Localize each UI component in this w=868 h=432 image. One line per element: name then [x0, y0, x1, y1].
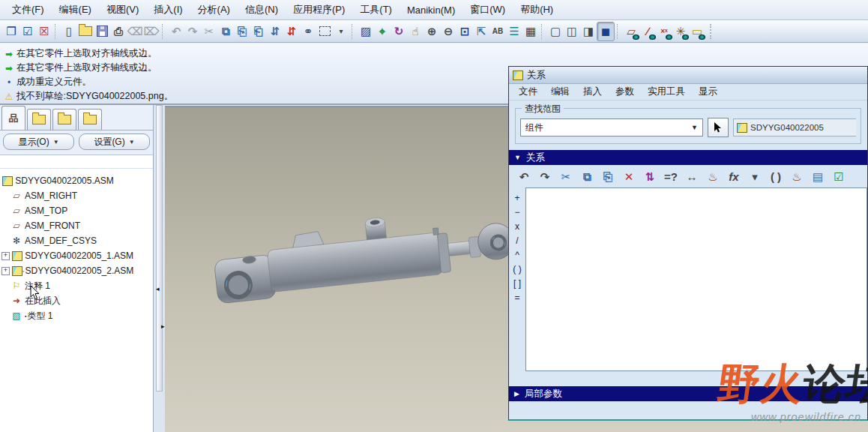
datum-points-toggle-icon[interactable]: ×ˣ	[656, 22, 672, 40]
operator-equals[interactable]: =	[510, 293, 525, 303]
tree-item-subassembly-1[interactable]: + SDYYG040022005_1.ASM	[0, 248, 153, 263]
operator-divide[interactable]: /	[510, 236, 525, 246]
operator-parentheses[interactable]: ( )	[510, 265, 525, 274]
csys-toggle-icon[interactable]: ✳	[672, 22, 689, 40]
connections-tab[interactable]	[78, 109, 102, 130]
look-in-dropdown[interactable]: 组件 ▼	[520, 118, 703, 136]
named-views-icon[interactable]: AB	[489, 22, 506, 40]
zoom-out-icon[interactable]: ⊖	[440, 22, 456, 40]
spin-center-icon[interactable]: ⌖	[374, 22, 391, 40]
splitter-collapse-right[interactable]: ▸	[161, 322, 165, 330]
insert-range-icon[interactable]: ↔	[683, 167, 701, 185]
sort-relations-icon[interactable]: ▤	[809, 167, 827, 185]
dialog-menu-file[interactable]: 文件	[512, 83, 544, 100]
show-button[interactable]: 显示(O) ▼	[3, 134, 74, 150]
pan-zoom-icon[interactable]: ☝	[407, 22, 424, 40]
wireframe-icon[interactable]: ▢	[547, 22, 564, 40]
orient-mode-icon[interactable]: ↻	[391, 22, 407, 40]
menu-edit[interactable]: 编辑(E)	[52, 0, 99, 20]
dialog-menu-show[interactable]: 显示	[692, 83, 724, 100]
splitter-bar[interactable]	[156, 105, 163, 392]
dialog-menu-edit[interactable]: 编辑	[544, 83, 576, 100]
functions-icon[interactable]: fx	[725, 167, 743, 185]
cut-icon[interactable]: ✂	[201, 22, 217, 40]
menu-help[interactable]: 帮助(H)	[513, 0, 561, 20]
menu-file[interactable]: 文件(F)	[4, 0, 52, 20]
undo-icon[interactable]: ↶	[168, 22, 184, 40]
datum-planes-toggle-icon[interactable]: ▱	[623, 22, 639, 40]
paste-icon[interactable]: ⎘	[599, 167, 617, 185]
view-orientation-icon[interactable]: ⇱	[473, 22, 489, 40]
expand-icon[interactable]: +	[1, 252, 10, 260]
tree-item-asm-def-csys[interactable]: ✻ASM_DEF_CSYS	[0, 233, 153, 248]
undo-icon[interactable]: ↶	[515, 167, 533, 185]
evaluate-icon[interactable]: =?	[662, 167, 680, 185]
delete-old-versions-icon[interactable]: ⌦	[143, 22, 160, 40]
print-icon[interactable]: ⎙	[110, 22, 127, 40]
regenerate-manager-icon[interactable]: ⇵	[283, 22, 300, 40]
file-new-icon[interactable]: ▯	[61, 22, 77, 40]
file-open-icon[interactable]	[77, 22, 94, 40]
panel-splitter[interactable]: ◂ ▸	[154, 105, 165, 432]
delete-icon[interactable]: ✕	[620, 167, 638, 185]
menu-tools[interactable]: 工具(T)	[352, 0, 400, 20]
select-box-icon[interactable]	[316, 22, 333, 40]
select-items-button[interactable]	[708, 118, 729, 137]
layers-icon[interactable]: ☰	[506, 22, 522, 40]
find-icon[interactable]: ⚭	[300, 22, 316, 40]
settings-button[interactable]: 设置(G) ▼	[79, 134, 150, 150]
select-dropdown-icon[interactable]: ▾	[333, 22, 349, 40]
favorites-tab[interactable]	[52, 109, 76, 130]
dialog-menu-parameters[interactable]: 参数	[609, 83, 641, 100]
model-tree-tab[interactable]: 品	[1, 106, 25, 130]
paste-special-icon[interactable]: ⎗	[250, 22, 267, 40]
tree-item-asm-right[interactable]: ▱ASM_RIGHT	[0, 188, 153, 203]
relations-editor[interactable]	[525, 188, 867, 371]
no-hidden-icon[interactable]: ◨	[580, 22, 597, 40]
dialog-menu-utilities[interactable]: 实用工具	[641, 83, 692, 100]
tree-item-subassembly-2[interactable]: + ▫SDYYG040022005_2.ASM	[0, 263, 153, 278]
operator-power[interactable]: ^	[510, 250, 525, 260]
shaded-icon[interactable]: ◼	[597, 22, 615, 41]
copy-icon[interactable]: ⧉	[578, 167, 596, 185]
verify-icon[interactable]: ☑	[830, 167, 848, 185]
cut-icon[interactable]: ✂	[557, 167, 575, 185]
tree-item-asm-front[interactable]: ▱ASM_FRONT	[0, 218, 153, 233]
window-activate-icon[interactable]: ☑	[19, 22, 36, 40]
repaint-icon[interactable]: ▨	[358, 22, 374, 40]
menu-analysis[interactable]: 分析(A)	[190, 0, 238, 20]
functions-dropdown-icon[interactable]: ▾	[746, 167, 764, 185]
file-save-icon[interactable]	[94, 22, 110, 40]
window-close-icon[interactable]: ☒	[36, 22, 52, 40]
paste-icon[interactable]: ⎘	[234, 22, 250, 40]
view-manager-icon[interactable]: ▦	[522, 22, 539, 40]
menu-insert[interactable]: 插入(I)	[146, 0, 190, 20]
operators-icon[interactable]: ( )	[767, 167, 785, 185]
tree-item-annotation[interactable]: ⚐注释 1	[0, 278, 153, 293]
switch-dimensions-icon[interactable]: ⇅	[641, 167, 659, 185]
regenerate-icon[interactable]: ⇵	[267, 22, 283, 40]
dialog-title-bar[interactable]: 关系	[509, 67, 867, 84]
operator-multiply[interactable]: x	[510, 222, 525, 232]
window-new-icon[interactable]: ❐	[3, 22, 19, 40]
bell-icon[interactable]: ♨	[704, 167, 722, 185]
menu-manikin[interactable]: Manikin(M)	[400, 1, 462, 20]
menu-info[interactable]: 信息(N)	[238, 0, 286, 20]
refit-icon[interactable]: ⊡	[456, 22, 473, 40]
operator-plus[interactable]: +	[510, 194, 525, 203]
redo-icon[interactable]: ↷	[184, 22, 201, 40]
datum-axes-toggle-icon[interactable]: ∕	[639, 22, 656, 40]
menu-applications[interactable]: 应用程序(P)	[286, 0, 352, 20]
bell-icon-2[interactable]: ♨	[788, 167, 806, 185]
dialog-menu-insert[interactable]: 插入	[576, 83, 609, 100]
menu-window[interactable]: 窗口(W)	[462, 0, 513, 20]
tree-item-insert-here[interactable]: ➜在此插入	[0, 293, 153, 308]
copy-icon[interactable]: ⧉	[217, 22, 234, 40]
zoom-in-icon[interactable]: ⊕	[424, 22, 440, 40]
tree-item-type-1[interactable]: ▧▪类型 1	[0, 308, 153, 323]
target-model-field[interactable]: SDYYG040022005	[733, 118, 856, 136]
folder-browser-tab[interactable]	[27, 109, 51, 130]
relations-section-header[interactable]: ▼ 关系	[509, 150, 867, 165]
redo-icon[interactable]: ↷	[536, 167, 554, 185]
tree-item-root-assembly[interactable]: SDYYG040022005.ASM	[0, 173, 153, 188]
